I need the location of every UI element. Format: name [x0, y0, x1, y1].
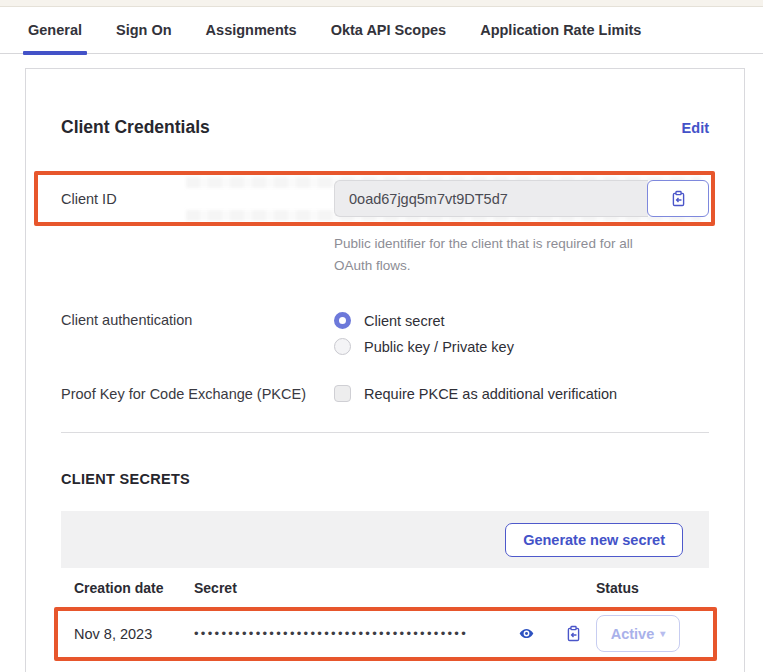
client-secrets-table: Generate new secret Creation date Secret…: [61, 511, 709, 658]
pkce-label: Proof Key for Code Exchange (PKCE): [61, 386, 334, 402]
clipboard-copy-icon: [565, 625, 582, 642]
edit-link[interactable]: Edit: [682, 120, 709, 136]
secrets-table-header-row: Creation date Secret Status: [61, 568, 709, 609]
tab-sign-on[interactable]: Sign On: [116, 7, 172, 54]
client-id-label: Client ID: [61, 191, 334, 207]
client-id-input[interactable]: [334, 180, 648, 217]
column-header-creation-date: Creation date: [74, 580, 194, 596]
clipboard-copy-icon: [670, 190, 687, 207]
tab-assignments[interactable]: Assignments: [206, 7, 297, 54]
copy-secret-button[interactable]: [563, 623, 584, 644]
tab-application-rate-limits[interactable]: Application Rate Limits: [480, 7, 641, 54]
secret-table-row: Nov 8, 2023 ••••••••••••••••••••••••••••…: [61, 609, 709, 658]
client-authentication-options: Client secret Public key / Private key: [334, 312, 514, 355]
general-settings-card: Client Credentials Edit Client ID Public…: [25, 68, 745, 672]
client-id-input-group: [334, 180, 709, 217]
client-authentication-label: Client authentication: [61, 312, 334, 328]
radio-label: Client secret: [364, 313, 445, 329]
copy-client-id-button[interactable]: [647, 180, 709, 217]
status-label: Active: [611, 626, 655, 642]
eye-icon: [518, 625, 535, 642]
column-header-secret: Secret: [194, 580, 596, 596]
radio-unselected-icon[interactable]: [334, 338, 351, 355]
chevron-down-icon: ▾: [660, 628, 665, 639]
column-header-status: Status: [596, 580, 693, 596]
tab-okta-api-scopes[interactable]: Okta API Scopes: [331, 7, 447, 54]
section-divider: [61, 432, 709, 433]
radio-option-public-private-key[interactable]: Public key / Private key: [334, 338, 514, 355]
client-credentials-title: Client Credentials: [61, 117, 210, 138]
generate-new-secret-button[interactable]: Generate new secret: [505, 523, 683, 557]
pkce-checkbox-option[interactable]: Require PKCE as additional verification: [334, 385, 617, 402]
client-secrets-title: CLIENT SECRETS: [61, 471, 709, 487]
tab-general[interactable]: General: [28, 7, 82, 54]
radio-label: Public key / Private key: [364, 339, 514, 355]
radio-option-client-secret[interactable]: Client secret: [334, 312, 514, 329]
status-dropdown-button[interactable]: Active ▾: [596, 615, 680, 652]
radio-selected-icon[interactable]: [334, 312, 351, 329]
client-id-row: Client ID: [61, 172, 709, 225]
checkbox-unchecked-icon[interactable]: [334, 385, 351, 402]
client-id-help-text: Public identifier for the client that is…: [334, 233, 664, 276]
secret-creation-date: Nov 8, 2023: [74, 626, 194, 642]
secret-status-cell: Active ▾: [596, 615, 693, 652]
client-authentication-row: Client authentication Client secret Publ…: [61, 312, 709, 355]
pkce-row: Proof Key for Code Exchange (PKCE) Requi…: [61, 385, 709, 402]
masked-secret-value: ••••••••••••••••••••••••••••••••••••••••: [194, 626, 512, 641]
reveal-secret-button[interactable]: [516, 623, 537, 644]
app-tab-bar: General Sign On Assignments Okta API Sco…: [0, 7, 763, 54]
pkce-checkbox-label: Require PKCE as additional verification: [364, 386, 617, 402]
secrets-table-toolbar: Generate new secret: [61, 511, 709, 568]
secret-cell: ••••••••••••••••••••••••••••••••••••••••: [194, 623, 596, 644]
client-credentials-header: Client Credentials Edit: [61, 117, 709, 138]
